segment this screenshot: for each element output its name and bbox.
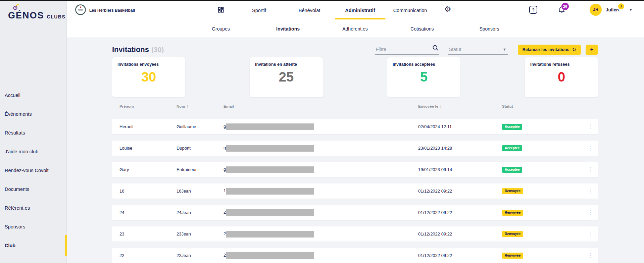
table-row: Gary Entraineur g 19/01/2023 09:14 Accep… [112,162,598,177]
sidebar-item-label: Rendez-vous Covoit' [5,168,49,173]
sidebar-item-8[interactable]: Club [0,236,67,255]
sidebar-item-5[interactable]: Documents [0,180,67,199]
user-menu[interactable]: JH Julien 1 ▼ [590,4,633,16]
col-nom[interactable]: Nom↑ [177,104,224,109]
cell-prenom: Herault [119,124,177,129]
stat-card-value: 5 [393,69,455,85]
sidebar-item-1[interactable]: Événements [0,105,67,123]
table-header: Prénom Nom↑ Email Envoyée le↓ Statut [112,104,598,109]
status-badge: Acceptée [502,145,522,151]
stat-card-label: Invitations refusées [530,62,593,67]
row-menu-kebab-icon[interactable]: ⋮ [586,166,594,173]
filter-input[interactable] [375,45,429,54]
row-menu-kebab-icon[interactable]: ⋮ [586,123,594,130]
main-content: Invitations (30) Statut ▼ Relancer les i… [67,38,644,263]
stat-cards: Invitations envoyées 30 Invitations en a… [112,57,598,97]
row-menu-kebab-icon[interactable]: ⋮ [586,145,594,152]
sidebar-item-3[interactable]: J'aide mon club [0,142,67,161]
redacted-email-bar [226,252,314,259]
cell-email: 1 [224,188,418,195]
row-menu-kebab-icon[interactable]: ⋮ [586,252,594,259]
stat-card-label: Invitations envoyées [117,62,180,67]
primary-tab[interactable]: Communication [393,1,427,19]
help-icon[interactable]: ? [529,6,537,14]
cell-nom: 22Jean [177,253,224,258]
secondary-tab[interactable]: Sponsors [479,19,499,38]
cell-date: 01/12/2022 09:22 [418,231,502,236]
sort-desc-icon: ↓ [440,104,442,109]
redacted-email-bar [226,231,314,238]
redacted-email-bar [226,209,314,216]
status-filter-select[interactable]: Statut ▼ [448,45,508,55]
stat-card-label: Invitations en attente [255,62,317,67]
chevron-down-icon: ▼ [503,47,506,51]
top-header: Les Herbiers Basketball SportifBénévolat… [67,1,644,38]
filter-field [375,45,439,55]
secondary-tab[interactable]: Groupes [212,19,230,38]
cell-nom: 23Jean [177,231,224,236]
cell-statut: Renvoyée [502,253,586,259]
sidebar-item-6[interactable]: Référent.es [0,199,67,217]
cell-prenom: Louise [119,146,177,151]
cell-date: 02/04/2024 12:11 [418,124,502,129]
cell-date: 23/01/2023 14:28 [418,146,502,151]
status-badge: Acceptée [502,167,522,173]
col-statut: Statut [502,104,586,108]
col-prenom: Prénom [119,104,177,108]
club-logo [75,4,86,16]
brand-name: GÉNOS [8,10,44,21]
cell-date: 01/12/2022 09:22 [418,210,502,215]
club-name: Les Herbiers Basketball [89,8,135,13]
relaunch-invitations-button[interactable]: Relancer les invitations ↻ [518,45,581,55]
settings-gear-icon[interactable]: ⚙ [444,5,451,13]
status-badge: Renvoyée [502,253,523,259]
redacted-email-bar [226,166,314,173]
secondary-tab[interactable]: Adhérent.es [342,19,368,38]
cell-prenom: 16 [119,189,177,194]
sidebar-item-7[interactable]: Sponsors [0,217,67,236]
row-menu-kebab-icon[interactable]: ⋮ [586,230,594,238]
cell-statut: Acceptée [502,145,586,151]
stat-card: Invitations acceptées 5 [387,57,460,97]
genos-clubs-logo[interactable]: GÉNOS CLUBS [8,4,67,24]
primary-tab[interactable]: Bénévolat [299,1,320,19]
sidebar-item-2[interactable]: Résultats [0,123,67,142]
cell-prenom: Gary [119,167,177,172]
dashboard-grid-icon[interactable] [217,6,225,15]
row-menu-kebab-icon[interactable]: ⋮ [586,209,594,216]
cell-date: 01/12/2022 09:22 [418,189,502,194]
redacted-email-bar [226,188,314,195]
sidebar-item-label: Résultats [5,130,25,136]
primary-tab[interactable]: Administratif [345,1,375,19]
table-row: 16 16Jean 1 01/12/2022 09:22 Renvoyée ⋮ [112,183,598,199]
primary-tab[interactable]: Sportif [252,1,266,19]
sidebar-item-label: J'aide mon club [5,149,38,154]
cell-prenom: 24 [119,210,177,215]
col-envoyee-le[interactable]: Envoyée le↓ [418,104,502,109]
cell-email: 2 [224,231,418,238]
sidebar-item-4[interactable]: Rendez-vous Covoit' [0,161,67,180]
col-email: Email [224,104,418,108]
row-menu-kebab-icon[interactable]: ⋮ [586,188,594,195]
sidebar-item-label: Club [5,243,15,248]
secondary-tab[interactable]: Cotisations [410,19,434,38]
add-invitation-button[interactable]: + [586,45,598,55]
stat-card: Invitations en attente 25 [250,57,323,97]
secondary-nav-row: GroupesInvitationsAdhérent.esCotisations… [67,19,644,38]
stat-card-value: 30 [117,69,180,85]
cell-statut: Renvoyée [502,210,586,216]
brand-suffix: CLUBS [47,14,66,19]
cell-prenom: 22 [119,253,177,258]
notification-count-badge: 26 [561,3,569,10]
club-selector[interactable]: Les Herbiers Basketball [75,4,135,16]
cell-prenom: 23 [119,231,177,236]
notifications-bell[interactable]: 26 [557,5,566,15]
stat-card-label: Invitations acceptées [393,62,455,67]
secondary-tab[interactable]: Invitations [276,19,300,38]
sidebar-item-0[interactable]: Accueil [0,86,67,105]
status-badge: Renvoyée [502,231,523,237]
status-badge: Renvoyée [502,188,523,194]
cell-date: 01/12/2022 09:22 [418,253,502,258]
user-name: Julien 1 [606,7,619,12]
cell-email: g [224,145,418,152]
